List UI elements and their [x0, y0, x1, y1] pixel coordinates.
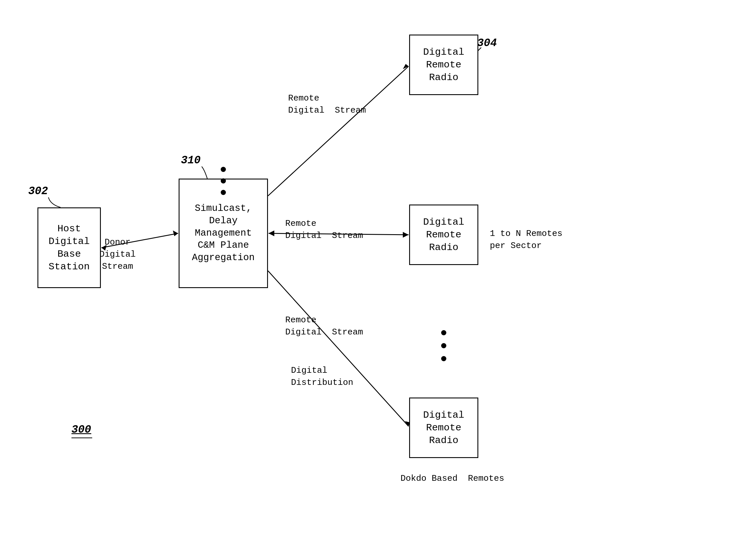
simulcast-box: Simulcast,DelayManagementC&M PlaneAggreg…	[179, 179, 268, 288]
svg-line-3	[268, 66, 409, 196]
simulcast-label: Simulcast,DelayManagementC&M PlaneAggreg…	[192, 203, 255, 264]
drr-bot-label: DigitalRemoteRadio	[423, 409, 464, 447]
remote-stream-mid-label: RemoteDigital Stream	[285, 217, 363, 242]
ref-310: 310	[181, 154, 201, 167]
svg-point-16	[441, 356, 446, 361]
ref-302: 302	[28, 185, 48, 197]
dots-svg	[0, 0, 731, 560]
svg-marker-7	[269, 230, 274, 236]
svg-point-15	[441, 343, 446, 348]
ref-300: 300	[71, 423, 91, 436]
drr-bot-box: DigitalRemoteRadio	[409, 398, 478, 458]
donor-stream-label: DonorDigitalStream	[99, 236, 136, 273]
remote-stream-top-label: RemoteDigital Stream	[288, 92, 366, 116]
drr-mid-box: DigitalRemoteRadio	[409, 205, 478, 265]
digital-dist-label: DigitalDistribution	[291, 364, 353, 389]
diagram-arrows	[0, 0, 731, 560]
diagram-container: Host Digital Base Station Simulcast,Dela…	[0, 0, 731, 560]
svg-point-14	[441, 330, 446, 335]
svg-point-11	[221, 167, 226, 172]
drr-top-box: DigitalRemoteRadio	[409, 35, 478, 95]
svg-marker-6	[403, 232, 409, 238]
svg-marker-4	[403, 64, 409, 69]
svg-line-8	[268, 271, 409, 426]
dokdo-label: Dokdo Based Remotes	[401, 472, 504, 485]
svg-marker-1	[173, 230, 178, 236]
host-dbs-label: Host Digital Base Station	[38, 222, 100, 273]
host-dbs-box: Host Digital Base Station	[37, 207, 101, 288]
n-remotes-label: 1 to N Remotesper Sector	[490, 228, 562, 252]
drr-mid-label: DigitalRemoteRadio	[423, 216, 464, 254]
ref-304: 304	[477, 37, 497, 49]
drr-top-label: DigitalRemoteRadio	[423, 46, 464, 84]
remote-stream-bot-label: RemoteDigital Stream	[285, 314, 363, 338]
